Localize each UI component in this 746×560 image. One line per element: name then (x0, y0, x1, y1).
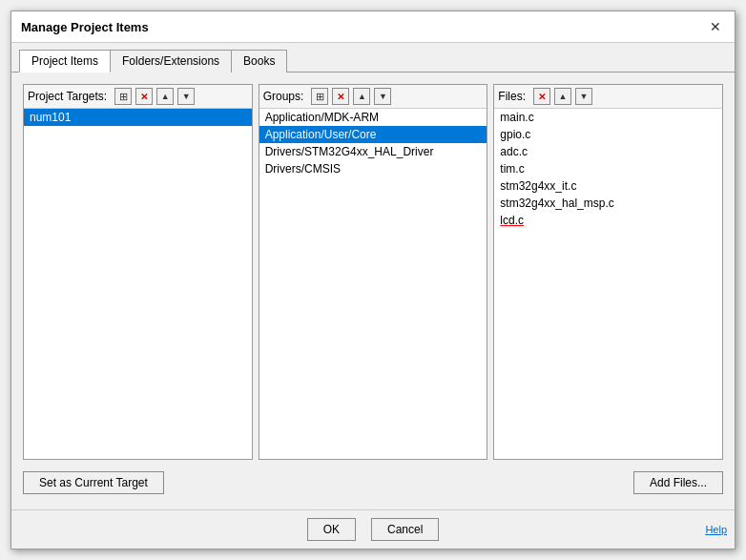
footer: OK Cancel Help (11, 509, 735, 549)
list-item[interactable]: main.c (494, 109, 722, 126)
files-panel: Files: main.c gpio.c adc.c (493, 84, 723, 460)
files-header: Files: (494, 85, 722, 109)
groups-up-button[interactable] (353, 88, 370, 105)
list-item[interactable]: Drivers/STM32G4xx_HAL_Driver (259, 143, 487, 160)
groups-delete-button[interactable] (332, 88, 349, 105)
tab-project-items[interactable]: Project Items (19, 50, 111, 73)
list-item[interactable]: stm32g4xx_it.c (494, 177, 722, 195)
targets-down-button[interactable] (177, 88, 195, 105)
files-up-button[interactable] (554, 88, 571, 105)
project-targets-list: num101 (24, 109, 252, 459)
add-files-button[interactable]: Add Files... (633, 471, 723, 494)
set-current-target-button[interactable]: Set as Current Target (23, 471, 164, 494)
files-down-button[interactable] (575, 88, 592, 105)
targets-new-button[interactable] (114, 88, 132, 105)
project-targets-label: Project Targets: (28, 90, 107, 103)
close-button[interactable]: ✕ (706, 19, 725, 34)
files-delete-button[interactable] (533, 88, 550, 105)
content-area: Project Targets: num101 Groups: (11, 73, 735, 509)
cancel-button[interactable]: Cancel (371, 518, 439, 541)
list-item[interactable]: Application/User/Core (259, 126, 487, 143)
groups-label: Groups: (263, 90, 304, 103)
list-item[interactable]: num101 (24, 109, 252, 126)
ok-button[interactable]: OK (307, 518, 356, 541)
list-item[interactable]: Application/MDK-ARM (259, 109, 487, 126)
groups-new-button[interactable] (311, 88, 328, 105)
targets-delete-button[interactable] (135, 88, 153, 105)
dialog-title: Manage Project Items (21, 20, 149, 34)
list-item[interactable]: adc.c (494, 143, 722, 160)
bottom-button-row: Set as Current Target Add Files... (23, 467, 723, 498)
files-label: Files: (498, 90, 526, 103)
list-item[interactable]: tim.c (494, 160, 722, 177)
groups-panel: Groups: Application/MDK-ARM Application/… (259, 84, 488, 460)
list-item[interactable]: gpio.c (494, 126, 722, 143)
groups-list: Application/MDK-ARM Application/User/Cor… (259, 109, 487, 459)
title-bar: Manage Project Items ✕ (11, 11, 735, 43)
list-item[interactable]: Drivers/CMSIS (259, 160, 487, 177)
panels-row: Project Targets: num101 Groups: (23, 84, 723, 460)
tab-bar: Project Items Folders/Extensions Books (11, 43, 735, 73)
tab-folders-extensions[interactable]: Folders/Extensions (111, 50, 232, 73)
list-item[interactable]: stm32g4xx_hal_msp.c (494, 195, 722, 212)
files-list: main.c gpio.c adc.c tim.c stm32g4xx_it.c (494, 109, 722, 459)
tab-books[interactable]: Books (232, 50, 287, 73)
groups-down-button[interactable] (374, 88, 391, 105)
groups-header: Groups: (259, 85, 487, 109)
project-targets-panel: Project Targets: num101 (23, 84, 253, 460)
list-item[interactable]: lcd.c (494, 212, 722, 229)
targets-up-button[interactable] (156, 88, 174, 105)
help-link[interactable]: Help (705, 524, 727, 535)
manage-project-items-dialog: Manage Project Items ✕ Project Items Fol… (10, 10, 736, 550)
project-targets-header: Project Targets: (24, 85, 252, 109)
